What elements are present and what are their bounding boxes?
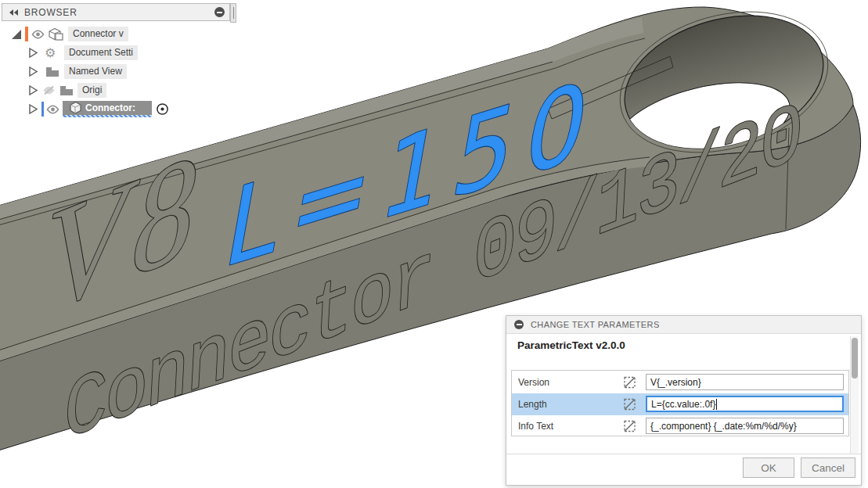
collapsed-arrow-icon[interactable]	[28, 66, 38, 77]
selection-accent-bar	[41, 102, 44, 117]
tree-label-document-settings: Document Setti	[64, 45, 138, 60]
param-label-info-text: Info Text	[518, 421, 620, 432]
no-selection-icon[interactable]	[623, 376, 636, 389]
dialog-scrollbar[interactable]	[850, 336, 859, 454]
param-input-length-focused[interactable]: L={cc.value:.0f}	[646, 396, 844, 412]
collapsed-arrow-icon[interactable]	[28, 103, 38, 115]
dialog-footer-separator	[506, 454, 861, 454]
collapsed-arrow-icon[interactable]	[28, 84, 38, 96]
tree-label-connector-body: Connector:	[85, 102, 135, 113]
param-row-info-text[interactable]: Info Text {_.component} {_.date:%m/%d/%y…	[512, 415, 848, 437]
cancel-button[interactable]: Cancel	[801, 458, 855, 478]
parameters-table: Version V{_.version} Length L={cc.value:…	[511, 370, 849, 436]
no-selection-icon[interactable]	[623, 398, 636, 411]
tree-label-root: Connector v	[68, 27, 128, 41]
param-input-info-text[interactable]: {_.component} {_.date:%m/%d/%y}	[646, 418, 844, 434]
ok-button[interactable]: OK	[743, 458, 794, 478]
gear-icon: ⚙	[45, 47, 56, 59]
change-text-parameters-dialog: CHANGE TEXT PARAMETERS ParametricText v2…	[506, 315, 862, 486]
param-input-version[interactable]: V{_.version}	[646, 374, 844, 390]
visibility-eye-icon[interactable]	[31, 30, 45, 39]
dialog-title: CHANGE TEXT PARAMETERS	[531, 320, 660, 329]
collapse-panel-icon[interactable]	[9, 9, 20, 16]
param-row-length[interactable]: Length L={cc.value:.0f}	[512, 393, 848, 415]
dialog-collapse-icon[interactable]	[514, 320, 524, 329]
param-label-version: Version	[518, 377, 620, 388]
fusion-viewport[interactable]: V8 L=150 Connector 09/13/20 BROWSER	[0, 0, 868, 488]
text-caret	[716, 399, 717, 410]
panel-grip-handle[interactable]	[230, 3, 236, 23]
param-label-length: Length	[518, 399, 620, 410]
component-icon	[47, 27, 64, 41]
browser-panel-header[interactable]: BROWSER	[2, 3, 230, 21]
selected-row-highlight[interactable]: Connector:	[63, 101, 152, 117]
dialog-header[interactable]: CHANGE TEXT PARAMETERS	[506, 316, 861, 334]
dialog-scrollbar-thumb[interactable]	[852, 338, 858, 379]
folder-icon	[45, 66, 59, 77]
visibility-off-eye-icon[interactable]	[42, 85, 56, 95]
tree-label-origin: Origi	[77, 83, 106, 98]
addin-heading: ParametricText v2.0.0	[517, 339, 625, 351]
folder-icon	[59, 85, 74, 96]
param-row-version[interactable]: Version V{_.version}	[512, 371, 848, 393]
body-cube-icon	[67, 101, 83, 115]
collapsed-arrow-icon[interactable]	[28, 47, 38, 59]
browser-title: BROWSER	[24, 7, 77, 18]
visibility-eye-icon[interactable]	[46, 105, 59, 114]
collapse-circle-icon[interactable]	[214, 7, 225, 17]
active-component-bar	[25, 27, 28, 41]
tree-label-named-views: Named View	[64, 64, 127, 79]
no-selection-icon[interactable]	[623, 420, 636, 433]
selection-target-icon[interactable]	[156, 102, 169, 116]
expanded-arrow-icon[interactable]	[10, 28, 23, 41]
